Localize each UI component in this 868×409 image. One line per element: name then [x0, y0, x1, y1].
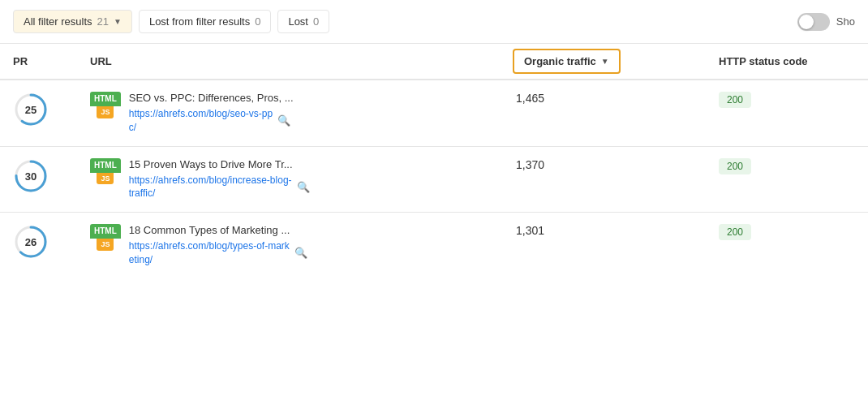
traffic-cell: 1,301	[503, 213, 706, 278]
all-filter-label: All filter results	[24, 15, 92, 28]
lost-button[interactable]: Lost 0	[277, 10, 329, 33]
table-row: 30 HTML JS 15 Proven Ways to Drive More …	[0, 146, 868, 213]
lost-count: 0	[313, 15, 319, 28]
traffic-sort-icon: ▼	[601, 57, 609, 66]
http-cell: 200	[706, 80, 868, 146]
traffic-value: 1,465	[516, 92, 544, 105]
table-row: 25 HTML JS SEO vs. PPC: Differences, Pro…	[0, 80, 868, 146]
search-icon[interactable]: 🔍	[277, 114, 290, 127]
js-label: JS	[97, 239, 114, 251]
lost-filter-label: Lost from filter results	[149, 15, 250, 28]
url-link-wrap: https://ahrefs.com/blog/types-of-marketi…	[129, 239, 490, 267]
table-row: 26 HTML JS 18 Common Types of Marketing …	[0, 213, 868, 278]
http-cell: 200	[706, 213, 868, 278]
html-badge: HTML JS	[90, 158, 121, 185]
url-info: SEO vs. PPC: Differences, Pros, ... http…	[129, 92, 490, 135]
html-badge: HTML JS	[90, 224, 121, 251]
url-link[interactable]: https://ahrefs.com/blog/types-of-marketi…	[129, 239, 290, 267]
http-status-badge: 200	[719, 224, 751, 240]
col-header-traffic[interactable]: Organic traffic ▼	[503, 44, 706, 80]
url-title: 15 Proven Ways to Drive More Tr...	[129, 158, 490, 170]
traffic-cell: 1,370	[503, 146, 706, 213]
pr-cell: 25	[0, 80, 77, 146]
all-filter-count: 21	[97, 15, 109, 28]
all-filter-button[interactable]: All filter results 21 ▼	[13, 10, 132, 33]
show-label: Sho	[836, 15, 855, 28]
traffic-value: 1,370	[516, 158, 544, 171]
search-icon[interactable]: 🔍	[294, 247, 307, 259]
traffic-sort-button[interactable]: Organic traffic ▼	[513, 49, 621, 74]
url-title: 18 Common Types of Marketing ...	[129, 224, 490, 236]
http-status-badge: 200	[719, 158, 751, 174]
url-title: SEO vs. PPC: Differences, Pros, ...	[129, 92, 490, 104]
url-info: 18 Common Types of Marketing ... https:/…	[129, 224, 490, 267]
traffic-cell: 1,465	[503, 80, 706, 146]
col-header-http: HTTP status code	[706, 44, 868, 80]
traffic-header-label: Organic traffic	[524, 55, 596, 67]
url-cell: HTML JS SEO vs. PPC: Differences, Pros, …	[77, 80, 503, 146]
lost-filter-count: 0	[255, 15, 260, 28]
pr-value: 26	[25, 236, 37, 248]
html-label: HTML	[90, 92, 121, 106]
col-header-url: URL	[77, 44, 503, 80]
url-link[interactable]: https://ahrefs.com/blog/increase-blog-tr…	[129, 174, 292, 201]
pr-cell: 30	[0, 146, 77, 213]
html-label: HTML	[90, 224, 121, 239]
col-header-pr: PR	[0, 44, 77, 80]
table-header-row: PR URL Organic traffic ▼ HTTP status cod…	[0, 44, 868, 80]
pr-circle: 30	[13, 158, 49, 194]
pr-value: 25	[25, 104, 37, 116]
show-toggle-wrap: Sho	[797, 13, 855, 31]
html-badge: HTML JS	[90, 92, 121, 118]
pr-circle: 26	[13, 224, 49, 260]
url-cell: HTML JS 18 Common Types of Marketing ...…	[77, 213, 503, 278]
http-status-badge: 200	[719, 92, 751, 108]
js-label: JS	[97, 106, 114, 118]
data-table-wrap: PR URL Organic traffic ▼ HTTP status cod…	[0, 44, 868, 278]
url-info: 15 Proven Ways to Drive More Tr... https…	[129, 158, 490, 201]
chevron-down-icon: ▼	[114, 17, 122, 26]
search-icon[interactable]: 🔍	[297, 181, 310, 193]
url-link-wrap: https://ahrefs.com/blog/increase-blog-tr…	[129, 174, 490, 201]
url-link[interactable]: https://ahrefs.com/blog/seo-vs-ppc/	[129, 107, 273, 135]
data-table: PR URL Organic traffic ▼ HTTP status cod…	[0, 44, 868, 278]
pr-cell: 26	[0, 213, 77, 278]
url-link-wrap: https://ahrefs.com/blog/seo-vs-ppc/ 🔍	[129, 107, 490, 135]
lost-label: Lost	[288, 15, 308, 28]
http-cell: 200	[706, 146, 868, 213]
toolbar: All filter results 21 ▼ Lost from filter…	[0, 0, 868, 44]
js-label: JS	[97, 173, 114, 185]
html-label: HTML	[90, 158, 121, 173]
traffic-value: 1,301	[516, 224, 544, 237]
url-cell: HTML JS 15 Proven Ways to Drive More Tr.…	[77, 146, 503, 213]
show-toggle[interactable]	[797, 13, 830, 31]
lost-filter-button[interactable]: Lost from filter results 0	[139, 10, 272, 33]
pr-circle: 25	[13, 92, 49, 127]
pr-value: 30	[25, 170, 37, 182]
